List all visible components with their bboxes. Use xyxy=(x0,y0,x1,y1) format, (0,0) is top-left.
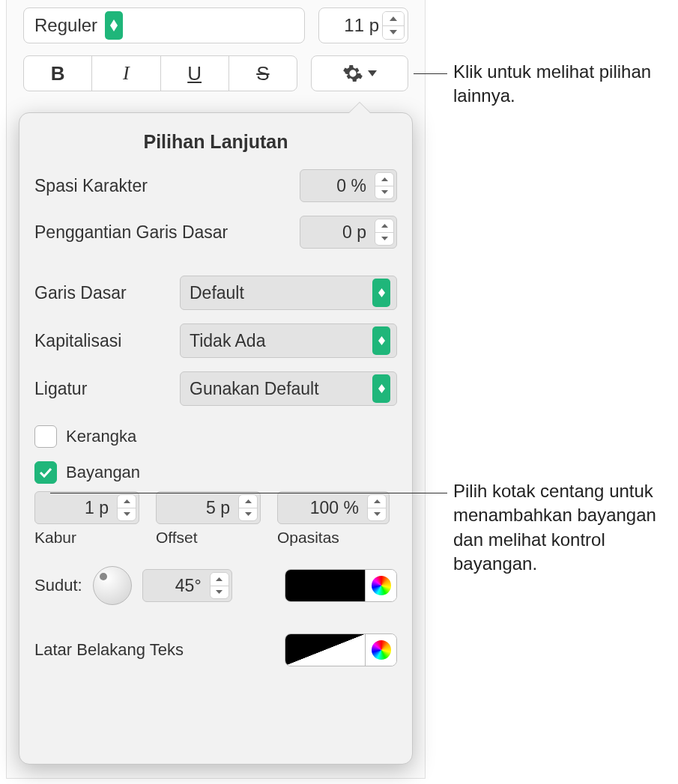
ligature-row: Ligatur Gunakan Default xyxy=(34,371,397,406)
svg-marker-19 xyxy=(374,499,381,503)
baseline-label: Garis Dasar xyxy=(34,283,162,303)
shadow-color-well[interactable] xyxy=(285,569,397,602)
svg-marker-4 xyxy=(368,70,377,76)
svg-marker-1 xyxy=(110,25,118,31)
text-bg-color-well[interactable] xyxy=(285,633,397,666)
italic-button[interactable]: I xyxy=(92,56,160,91)
svg-marker-17 xyxy=(245,499,252,503)
char-spacing-value: 0 % xyxy=(336,176,366,196)
underline-button[interactable]: U xyxy=(161,56,229,91)
format-panel: Reguler 11 p B I U S Pi xyxy=(6,0,426,779)
outline-checkbox[interactable] xyxy=(34,425,57,448)
baseline-shift-stepper[interactable] xyxy=(375,219,394,246)
svg-marker-18 xyxy=(245,512,252,516)
svg-marker-20 xyxy=(374,512,381,516)
callout-shadow: Pilih kotak centang untuk menambahkan ba… xyxy=(453,479,671,577)
gear-icon xyxy=(342,63,363,84)
offset-label: Offset xyxy=(156,529,198,547)
advanced-options-button[interactable] xyxy=(311,55,408,91)
svg-marker-14 xyxy=(378,389,385,393)
updown-icon xyxy=(372,374,390,403)
opacity-field[interactable]: 100 % xyxy=(277,491,390,524)
angle-label: Sudut: xyxy=(34,576,82,595)
caps-select[interactable]: Tidak Ada xyxy=(180,323,397,358)
ligature-select[interactable]: Gunakan Default xyxy=(180,371,397,406)
offset-field[interactable]: 5 p xyxy=(156,491,261,524)
svg-marker-12 xyxy=(378,341,385,345)
font-size-stepper[interactable] xyxy=(382,11,405,40)
updown-icon xyxy=(372,326,390,355)
baseline-shift-field[interactable]: 0 p xyxy=(300,216,397,249)
updown-icon xyxy=(105,11,123,40)
baseline-row: Garis Dasar Default xyxy=(34,276,397,310)
char-spacing-stepper[interactable] xyxy=(375,172,394,199)
advanced-options-popover: Pilihan Lanjutan Spasi Karakter 0 % Peng… xyxy=(19,112,413,765)
text-bg-row: Latar Belakang Teks xyxy=(34,633,397,666)
popover-title: Pilihan Lanjutan xyxy=(34,131,397,153)
font-style-select[interactable]: Reguler xyxy=(23,7,305,43)
baseline-shift-label: Penggantian Garis Dasar xyxy=(34,222,300,243)
updown-icon xyxy=(372,279,390,307)
svg-marker-5 xyxy=(381,177,388,181)
baseline-shift-row: Penggantian Garis Dasar 0 p xyxy=(34,216,397,249)
outline-row: Kerangka xyxy=(34,425,397,448)
char-spacing-field[interactable]: 0 % xyxy=(300,169,397,202)
shadow-row: Bayangan xyxy=(34,461,397,484)
blur-value: 1 p xyxy=(85,498,109,518)
baseline-value: Default xyxy=(190,283,244,303)
shadow-controls: 1 p Kabur 5 p Offset xyxy=(34,491,397,547)
blur-col: 1 p Kabur xyxy=(34,491,139,547)
caps-label: Kapitalisasi xyxy=(34,331,162,351)
svg-marker-2 xyxy=(390,16,397,21)
svg-marker-0 xyxy=(110,19,118,25)
font-size-value: 11 p xyxy=(344,15,379,36)
bold-button[interactable]: B xyxy=(24,56,92,91)
svg-marker-15 xyxy=(124,499,130,503)
ligature-label: Ligatur xyxy=(34,379,162,399)
svg-marker-3 xyxy=(390,30,397,34)
opacity-stepper[interactable] xyxy=(367,494,387,521)
caps-value: Tidak Ada xyxy=(190,331,265,351)
check-icon xyxy=(39,467,52,478)
color-picker-button[interactable] xyxy=(365,634,396,666)
ligature-value: Gunakan Default xyxy=(190,379,319,399)
color-wheel-icon xyxy=(372,576,391,595)
font-size-field[interactable]: 11 p xyxy=(318,7,408,43)
font-row: Reguler 11 p xyxy=(7,0,425,49)
text-bg-swatch xyxy=(285,634,365,666)
shadow-label: Bayangan xyxy=(66,463,140,482)
offset-stepper[interactable] xyxy=(238,494,258,521)
color-wheel-icon xyxy=(372,640,391,660)
angle-dial[interactable] xyxy=(93,566,132,605)
angle-field[interactable]: 45° xyxy=(142,569,232,602)
svg-marker-22 xyxy=(216,590,223,594)
angle-row: Sudut: 45° xyxy=(34,566,397,605)
shadow-color-swatch xyxy=(285,570,365,601)
font-style-value: Reguler xyxy=(34,15,97,36)
svg-marker-16 xyxy=(124,512,130,516)
shadow-checkbox[interactable] xyxy=(34,461,57,484)
baseline-select[interactable]: Default xyxy=(180,276,397,310)
blur-stepper[interactable] xyxy=(117,494,136,521)
blur-field[interactable]: 1 p xyxy=(34,491,139,524)
opacity-label: Opasitas xyxy=(277,529,339,547)
offset-value: 5 p xyxy=(206,498,230,518)
strike-button[interactable]: S xyxy=(229,56,297,91)
text-style-segment: B I U S xyxy=(23,55,297,91)
char-spacing-row: Spasi Karakter 0 % xyxy=(34,169,397,202)
char-spacing-label: Spasi Karakter xyxy=(34,176,300,196)
color-picker-button[interactable] xyxy=(365,570,396,601)
angle-value: 45° xyxy=(175,576,202,596)
svg-marker-8 xyxy=(381,237,388,240)
baseline-shift-value: 0 p xyxy=(342,222,366,243)
opacity-col: 100 % Opasitas xyxy=(277,491,390,547)
chevron-down-icon xyxy=(368,70,377,76)
caps-row: Kapitalisasi Tidak Ada xyxy=(34,323,397,358)
outline-label: Kerangka xyxy=(66,427,136,446)
svg-marker-7 xyxy=(381,224,388,228)
callout-gear: Klik untuk melihat pilihan lainnya. xyxy=(453,60,663,109)
svg-marker-10 xyxy=(378,293,385,297)
angle-stepper[interactable] xyxy=(210,572,229,599)
blur-label: Kabur xyxy=(34,529,76,547)
text-bg-label: Latar Belakang Teks xyxy=(34,640,184,660)
